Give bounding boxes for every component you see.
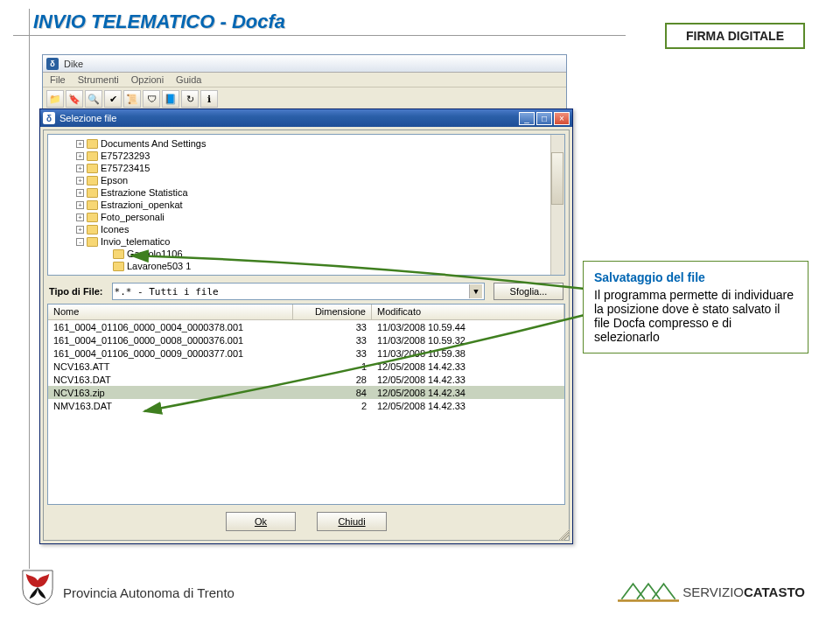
tree-item[interactable]: Gardolo1106 — [101, 248, 561, 260]
ok-button[interactable]: Ok — [226, 512, 296, 531]
folder-icon — [87, 176, 98, 186]
minimize-button[interactable]: _ — [519, 112, 535, 125]
folder-icon[interactable]: 📁 — [46, 90, 64, 108]
file-row[interactable]: NCV163.DAT2812/05/2008 14.42.33 — [48, 373, 564, 386]
tree-item-label: Epson — [101, 175, 128, 186]
file-size: 84 — [293, 388, 372, 398]
tree-item[interactable]: +Epson — [76, 174, 561, 186]
catasto-mark-icon — [618, 579, 679, 604]
file-row[interactable]: NMV163.DAT212/05/2008 14.42.33 — [48, 399, 564, 412]
selezione-file-title: Selezione file — [60, 113, 116, 123]
resize-grip[interactable] — [557, 528, 570, 541]
close-button[interactable]: × — [554, 112, 570, 125]
folder-icon — [87, 139, 98, 149]
decorative-underline — [13, 35, 626, 36]
dike-window: δ Dike FileStrumentiOpzioniGuida 📁🔖🔍✔📜🛡📘… — [42, 54, 567, 112]
magnify-icon[interactable]: 🔍 — [85, 90, 102, 108]
file-row[interactable]: 161_0004_01106_0000_0009_0000377.0013311… — [48, 346, 564, 360]
tree-item-label: E75723293 — [101, 150, 150, 161]
expand-icon[interactable]: + — [76, 189, 84, 197]
file-row[interactable]: NCV163.ATT112/05/2008 14.42.33 — [48, 360, 564, 373]
file-size: 33 — [293, 335, 372, 346]
expand-icon[interactable]: + — [76, 214, 84, 221]
tree-item[interactable]: +E75723415 — [76, 162, 561, 174]
file-name: 161_0004_01106_0000_0008_0000376.001 — [48, 335, 293, 346]
file-name: NCV163.zip — [48, 388, 293, 398]
dike-title: Dike — [64, 59, 83, 69]
file-row[interactable]: 161_0004_01106_0000_0004_0000378.0013311… — [48, 320, 564, 333]
expand-icon[interactable]: + — [76, 164, 84, 172]
check-icon[interactable]: ✔ — [104, 90, 122, 108]
file-name: 161_0004_01106_0000_0004_0000378.001 — [48, 322, 293, 332]
filetype-combo[interactable]: *.* - Tutti i file ▼ — [112, 283, 485, 300]
menu-opzioni[interactable]: Opzioni — [131, 74, 164, 85]
tree-item[interactable]: Lavarone503 1 — [101, 260, 561, 272]
tree-scrollbar[interactable] — [550, 135, 564, 275]
file-name: NCV163.DAT — [48, 374, 293, 385]
tree-item[interactable]: +Foto_personali — [76, 211, 561, 223]
menu-guida[interactable]: Guida — [176, 74, 201, 85]
tree-item-label: Gardolo1106 — [127, 248, 183, 259]
filetype-label: Tipo di File: — [49, 286, 103, 297]
expand-icon[interactable]: + — [76, 140, 84, 148]
file-modified: 12/05/2008 14.42.33 — [372, 401, 564, 411]
tree-item-label: Foto_personali — [101, 212, 164, 222]
col-dim[interactable]: Dimensione — [293, 304, 372, 319]
tree-item[interactable]: -Invio_telematico — [76, 235, 561, 248]
callout-box: Salvataggio del file Il programma permet… — [583, 261, 808, 354]
tree-item[interactable]: +Estrazione Statistica — [76, 186, 561, 199]
info-icon[interactable]: ℹ — [200, 90, 218, 108]
dike-menubar: FileStrumentiOpzioniGuida — [43, 73, 566, 88]
file-name: NMV163.DAT — [48, 401, 293, 411]
tree-item[interactable]: +Estrazioni_openkat — [76, 199, 561, 211]
expand-icon[interactable]: + — [76, 177, 84, 185]
menu-file[interactable]: File — [50, 74, 66, 85]
provincia-crest-icon — [21, 569, 54, 606]
book-icon[interactable]: 📘 — [162, 90, 179, 108]
selezione-file-titlebar[interactable]: δ Selezione file _ □ × — [40, 109, 572, 127]
file-size: 33 — [293, 322, 372, 332]
file-row[interactable]: 161_0004_01106_0000_0008_0000376.0013311… — [48, 333, 564, 346]
col-name[interactable]: Nome — [48, 304, 293, 319]
dike-app-icon: δ — [46, 58, 59, 70]
expand-icon[interactable]: + — [76, 201, 84, 209]
tree-item[interactable]: +Icones — [76, 223, 561, 235]
filetype-value: *.* - Tutti i file — [115, 286, 219, 298]
maximize-button[interactable]: □ — [536, 112, 552, 125]
file-name: 161_0004_01106_0000_0009_0000377.001 — [48, 348, 293, 359]
seal-icon[interactable]: 🔖 — [66, 90, 83, 108]
file-list[interactable]: Nome Dimensione Modificato 161_0004_0110… — [47, 304, 565, 505]
slide-title: INVIO TELEMATICO - Docfa — [33, 10, 285, 33]
folder-icon — [87, 237, 98, 247]
callout-body: Il programma permette di individuare la … — [594, 288, 797, 344]
file-modified: 12/05/2008 14.42.34 — [372, 388, 564, 398]
close-dialog-button[interactable]: Chiudi — [317, 512, 387, 531]
callout-title: Salvataggio del file — [594, 270, 797, 284]
file-list-header[interactable]: Nome Dimensione Modificato — [48, 304, 564, 320]
expand-icon[interactable]: + — [76, 226, 84, 234]
tree-item[interactable]: +Documents And Settings — [76, 137, 561, 150]
tree-scroll-thumb[interactable] — [551, 152, 564, 205]
file-modified: 12/05/2008 14.42.33 — [372, 361, 564, 372]
folder-tree[interactable]: +Documents And Settings+E75723293+E75723… — [47, 134, 565, 276]
tree-item-label: Estrazioni_openkat — [101, 200, 183, 210]
col-mod[interactable]: Modificato — [372, 304, 564, 319]
chevron-down-icon[interactable]: ▼ — [469, 284, 482, 298]
footer: Provincia Autonoma di Trento SERVIZIOCAT… — [0, 570, 840, 606]
expand-icon[interactable]: - — [76, 238, 84, 246]
expand-icon[interactable]: + — [76, 152, 84, 160]
folder-icon — [87, 225, 98, 234]
file-row[interactable]: NCV163.zip8412/05/2008 14.42.34 — [48, 386, 564, 399]
sfoglia-button[interactable]: Sfoglia... — [494, 283, 564, 300]
tree-item-label: Lavarone503 1 — [127, 261, 191, 271]
footer-text: Provincia Autonoma di Trento — [63, 585, 234, 600]
sealalt-icon[interactable]: 🛡 — [143, 90, 160, 108]
file-size: 2 — [293, 401, 372, 411]
selezione-file-window: δ Selezione file _ □ × +Documents And Se… — [39, 108, 573, 544]
tree-item[interactable]: +E75723293 — [76, 150, 561, 162]
tree-item-label: Estrazione Statistica — [101, 187, 188, 198]
stamp-icon[interactable]: 📜 — [123, 90, 141, 108]
menu-strumenti[interactable]: Strumenti — [78, 74, 119, 85]
refresh-icon[interactable]: ↻ — [181, 90, 199, 108]
folder-icon — [113, 249, 124, 259]
